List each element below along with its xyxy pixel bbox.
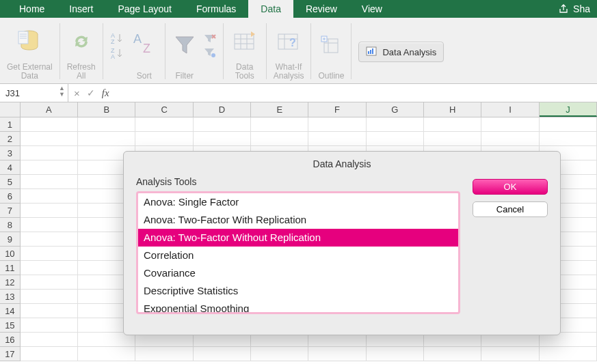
cell[interactable] [194,132,251,146]
cell[interactable] [21,189,78,204]
cell[interactable] [251,347,308,361]
row-header[interactable]: 3 [0,146,21,160]
tab-review[interactable]: Review [293,0,349,18]
column-header[interactable]: A [21,102,78,117]
group-data-tools[interactable]: Data Tools [228,19,262,83]
cell[interactable] [540,117,597,132]
row-header[interactable]: 5 [0,175,21,189]
cell[interactable] [21,146,78,160]
cell[interactable] [21,160,78,175]
fx-icon[interactable]: fx [102,87,109,99]
column-header[interactable]: C [135,102,193,117]
cell[interactable] [21,318,78,333]
cancel-edit-icon[interactable]: × [74,87,80,99]
tab-formulas[interactable]: Formulas [184,0,248,18]
cell[interactable] [21,261,78,275]
confirm-edit-icon[interactable]: ✓ [87,87,95,98]
group-whatif[interactable]: ? What-If Analysis [271,19,307,83]
cell[interactable] [424,132,481,146]
name-box[interactable]: J31 ▲▼ [0,84,68,102]
analysis-tool-item[interactable]: Covariance [138,264,458,282]
cell[interactable] [135,347,193,361]
cell[interactable] [21,304,78,318]
cell[interactable] [21,132,78,146]
cell[interactable] [251,132,308,146]
cell[interactable] [194,347,251,361]
column-header[interactable]: B [78,102,135,117]
analysis-tool-item[interactable]: Anova: Single Factor [138,193,458,211]
advanced-filter-icon[interactable] [202,47,216,58]
cell[interactable] [21,290,78,304]
cell[interactable] [367,132,424,146]
group-sort[interactable]: AZ Sort [128,19,161,83]
sort-asc-icon[interactable]: AZ [110,32,125,44]
column-header[interactable]: H [424,102,481,117]
cell[interactable] [21,175,78,189]
clear-filter-icon[interactable] [202,33,216,44]
cell[interactable] [21,218,78,232]
row-header[interactable]: 6 [0,189,21,204]
column-header[interactable]: E [251,102,308,117]
cell[interactable] [78,132,135,146]
cell[interactable] [78,347,135,361]
group-outline[interactable]: Outline [315,19,347,83]
cell[interactable] [308,347,366,361]
cell[interactable] [424,347,481,361]
row-header[interactable]: 10 [0,247,21,261]
cell[interactable] [424,117,481,132]
cell[interactable] [21,275,78,290]
analysis-tool-item[interactable]: Descriptive Statistics [138,282,458,300]
analysis-tool-item[interactable]: Exponential Smoothing [138,300,458,314]
row-header[interactable]: 7 [0,204,21,218]
tab-view[interactable]: View [349,0,395,18]
row-header[interactable]: 14 [0,304,21,318]
cell[interactable] [21,333,78,347]
row-header[interactable]: 1 [0,117,21,132]
group-refresh[interactable]: Refresh All [64,19,98,83]
cell[interactable] [21,347,78,361]
cell[interactable] [21,204,78,218]
column-header[interactable]: J [540,102,597,117]
formula-input[interactable] [115,84,597,102]
column-header[interactable]: F [308,102,366,117]
select-all-corner[interactable] [0,102,21,117]
analysis-tools-list[interactable]: Anova: Single FactorAnova: Two-Factor Wi… [136,191,460,314]
row-header[interactable]: 2 [0,132,21,146]
group-filter[interactable]: Filter [170,19,200,83]
cell[interactable] [481,347,539,361]
cell[interactable] [21,232,78,247]
column-header[interactable]: D [194,102,251,117]
ok-button[interactable]: OK [473,179,548,195]
analysis-tool-item[interactable]: Anova: Two-Factor Without Replication [138,229,458,247]
cell[interactable] [194,117,251,132]
cell[interactable] [21,117,78,132]
row-header[interactable]: 12 [0,275,21,290]
cell[interactable] [367,347,424,361]
cell[interactable] [308,117,366,132]
tab-page-layout[interactable]: Page Layout [105,0,184,18]
cell[interactable] [135,117,193,132]
cell[interactable] [540,132,597,146]
row-header[interactable]: 15 [0,318,21,333]
tab-data[interactable]: Data [248,0,293,18]
name-box-stepper[interactable]: ▲▼ [59,85,65,98]
group-get-external-data[interactable]: Get External Data [4,19,55,83]
column-header[interactable]: I [481,102,539,117]
cell[interactable] [135,132,193,146]
tab-home[interactable]: Home [7,0,57,18]
share-button[interactable]: Sha [551,0,597,18]
sort-desc-icon[interactable]: ZA [110,47,125,59]
cell[interactable] [251,117,308,132]
column-header[interactable]: G [367,102,424,117]
row-header[interactable]: 11 [0,261,21,275]
row-header[interactable]: 17 [0,347,21,361]
tab-insert[interactable]: Insert [57,0,105,18]
analysis-tool-item[interactable]: Correlation [138,247,458,264]
row-header[interactable]: 13 [0,290,21,304]
row-header[interactable]: 9 [0,232,21,247]
cell[interactable] [481,117,539,132]
cell[interactable] [21,247,78,261]
cell[interactable] [481,132,539,146]
row-header[interactable]: 16 [0,333,21,347]
cancel-button[interactable]: Cancel [473,201,548,217]
